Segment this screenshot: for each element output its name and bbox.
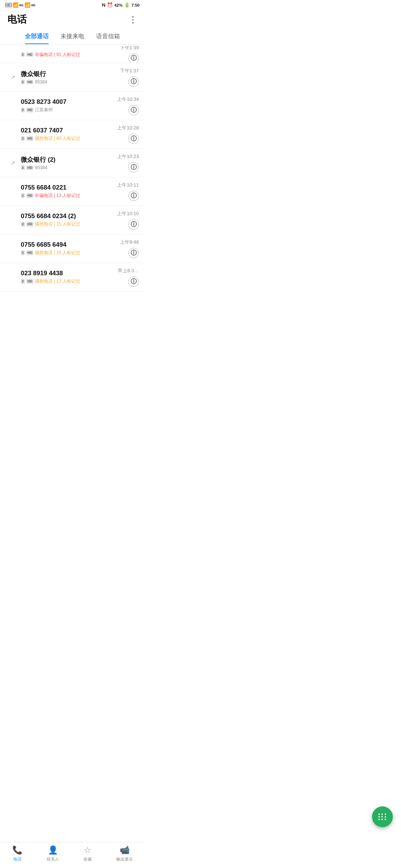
call-info: 0755 6684 0221 2 HD 诈骗电话 | 13 人标记过	[21, 184, 114, 199]
hd-badge: HD	[26, 108, 33, 112]
list-item[interactable]: 0523 8273 4007 2 HD 江苏泰州 上午10:34 ⓘ	[0, 92, 145, 120]
sim-badge: 2	[21, 250, 25, 255]
call-sub: 2 HD 江苏泰州	[21, 107, 114, 113]
caller-name: 0523 8273 4007	[21, 98, 114, 106]
call-sub: 2 HD 诈骗电话 | 13 人标记过	[21, 193, 114, 199]
call-sub: 2 HD 骚扰电话 | 15 人标记过	[21, 250, 117, 256]
call-info: 0755 6685 6494 2 HD 骚扰电话 | 15 人标记过	[21, 241, 117, 256]
caller-name: 微众银行	[21, 70, 117, 78]
call-info: 微众银行 (2) 2 HD 95384	[21, 155, 114, 170]
info-button[interactable]: ⓘ	[128, 76, 139, 87]
sim-badge: 2	[21, 193, 25, 198]
sim-badge: 2	[21, 279, 25, 284]
status-right: N ⏰ 42% 🔋 7:50	[102, 2, 140, 8]
info-button[interactable]: ⓘ	[128, 191, 139, 201]
call-label: 诈骗电话 | 13 人标记过	[35, 193, 80, 199]
hd-badge: HD	[26, 136, 33, 141]
call-label: 95384	[35, 165, 47, 170]
call-time: 上午10:23	[117, 153, 139, 160]
call-info: 0755 6684 0234 (2) 2 HD 骚扰电话 | 15 人标记过	[21, 213, 114, 227]
call-meta: 下午1:39 ⓘ	[120, 46, 139, 63]
info-button[interactable]: ⓘ	[128, 248, 139, 258]
call-label: 骚扰电话 | 15 人标记过	[35, 250, 80, 256]
call-label: 诈骗电话 | 91 人标记过	[35, 52, 80, 58]
tab-missed-calls[interactable]: 未接来电	[61, 33, 84, 44]
list-item[interactable]: 0755 6685 6494 2 HD 骚扰电话 | 15 人标记过 上午9:4…	[0, 234, 145, 263]
call-meta: 上午10:28 ⓘ	[117, 125, 139, 144]
network-info: HD 📶 4G 📶 4G	[5, 2, 36, 8]
call-meta: 上午9:46 ⓘ	[120, 239, 139, 258]
call-info: 023 8919 4438 2 HD 骚扰电话 | 13 人标记过	[21, 270, 115, 285]
call-type-icon: ↗	[6, 160, 19, 167]
call-label: 骚扰电话 | 15 人标记过	[35, 221, 80, 227]
call-meta: 上午10:23 ⓘ	[117, 153, 139, 172]
call-info: 0523 8273 4007 2 HD 江苏泰州	[21, 98, 114, 113]
call-info: 021 6037 7407 2 HD 骚扰电话 | 60 人标记过	[21, 127, 114, 142]
sim-badge: 2	[21, 80, 25, 85]
sim-badge: 2	[21, 222, 25, 227]
call-time: 上午9:46	[120, 239, 139, 246]
hd-badge: HD	[26, 222, 33, 227]
tab-all-calls[interactable]: 全部通话	[25, 33, 49, 44]
battery-percent: 42%	[114, 3, 123, 7]
hd-badge: HD	[26, 80, 33, 85]
info-button[interactable]: ⓘ	[128, 276, 139, 287]
caller-name: 023 8919 4438	[21, 270, 115, 277]
hd-badge: HD	[26, 279, 33, 284]
info-button[interactable]: ⓘ	[128, 219, 139, 230]
call-time: 早上8:3…	[118, 267, 139, 274]
sim-badge: 2	[21, 165, 25, 170]
call-time: 下午1:39	[120, 46, 139, 51]
list-item[interactable]: ↗ 微众银行 (2) 2 HD 95384 上午10:23 ⓘ	[0, 149, 145, 177]
call-sub: 2 HD 95384	[21, 79, 117, 85]
call-type-icon: ↗	[6, 74, 19, 81]
list-item[interactable]: 021 6037 7407 2 HD 骚扰电话 | 60 人标记过 上午10:2…	[0, 120, 145, 149]
info-button[interactable]: ⓘ	[128, 105, 139, 115]
sim-badge: 2	[21, 108, 25, 112]
info-button[interactable]: ⓘ	[128, 134, 139, 144]
call-time: 上午10:11	[117, 182, 139, 188]
alarm-icon: ⏰	[107, 2, 113, 8]
list-item[interactable]: 023 8919 4438 2 HD 骚扰电话 | 13 人标记过 早上8:3……	[0, 263, 145, 292]
tab-bar: 全部通话 未接来电 语音信箱	[0, 30, 145, 45]
call-label: 骚扰电话 | 60 人标记过	[35, 135, 80, 142]
clock: 7:50	[131, 3, 140, 7]
call-sub: 2 HD 骚扰电话 | 60 人标记过	[21, 135, 114, 142]
nfc-icon: N	[102, 2, 105, 8]
list-item[interactable]: 2 HD 诈骗电话 | 91 人标记过 下午1:39 ⓘ	[0, 46, 145, 63]
caller-name: 0755 6685 6494	[21, 241, 117, 249]
info-button[interactable]: ⓘ	[128, 162, 139, 172]
call-sub: 2 HD 骚扰电话 | 15 人标记过	[21, 221, 114, 227]
sim-badge: 2	[21, 52, 25, 57]
list-item[interactable]: 0755 6684 0234 (2) 2 HD 骚扰电话 | 15 人标记过 上…	[0, 206, 145, 234]
call-list: 2 HD 诈骗电话 | 91 人标记过 下午1:39 ⓘ ↗ 微众银行 2 HD…	[0, 46, 145, 292]
page-title: 电话	[7, 13, 27, 26]
list-item[interactable]: 0755 6684 0221 2 HD 诈骗电话 | 13 人标记过 上午10:…	[0, 177, 145, 206]
hd-badge: HD	[26, 193, 33, 198]
call-info: 2 HD 诈骗电话 | 91 人标记过	[21, 50, 117, 58]
battery-icon: 🔋	[124, 2, 130, 8]
caller-name: 0755 6684 0234 (2)	[21, 213, 114, 220]
hd-badge: HD	[26, 250, 33, 255]
call-meta: 上午10:10 ⓘ	[117, 210, 139, 230]
status-left: HD 📶 4G 📶 4G	[5, 2, 36, 8]
call-sub: 2 HD 诈骗电话 | 91 人标记过	[21, 52, 117, 58]
call-sub: 2 HD 骚扰电话 | 13 人标记过	[21, 278, 115, 285]
tab-voicemail[interactable]: 语音信箱	[96, 33, 120, 44]
call-time: 上午10:34	[117, 96, 139, 103]
call-sub: 2 HD 95384	[21, 165, 114, 170]
call-meta: 上午10:11 ⓘ	[117, 182, 139, 201]
call-label: 95384	[35, 79, 47, 85]
call-time: 下午1:37	[120, 68, 139, 74]
caller-name: 021 6037 7407	[21, 127, 114, 134]
more-menu-button[interactable]: ⋮	[128, 14, 137, 25]
caller-name: 微众银行 (2)	[21, 155, 114, 164]
hd-badge: HD	[26, 52, 33, 57]
list-item[interactable]: ↗ 微众银行 2 HD 95384 下午1:37 ⓘ	[0, 63, 145, 92]
call-time: 上午10:28	[117, 125, 139, 131]
info-button[interactable]: ⓘ	[128, 53, 139, 63]
call-label: 江苏泰州	[35, 107, 53, 113]
header: 电话 ⋮	[0, 9, 145, 30]
caller-name: 0755 6684 0221	[21, 184, 114, 191]
call-info: 微众银行 2 HD 95384	[21, 70, 117, 85]
